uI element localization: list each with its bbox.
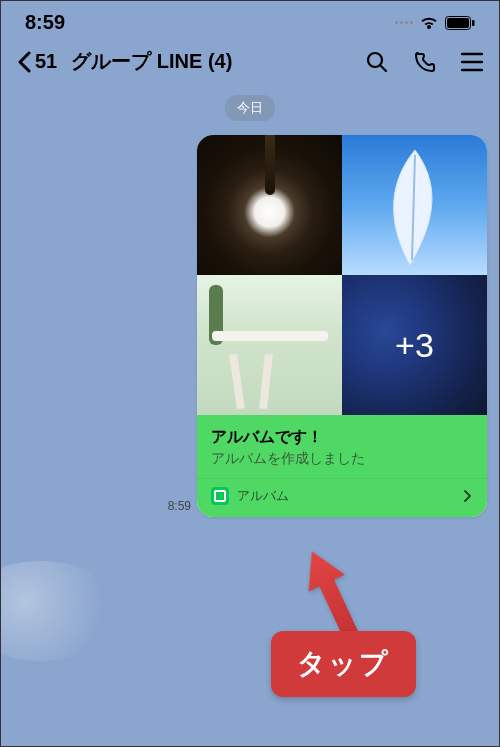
- album-caption[interactable]: アルバムです！ アルバムを作成しました: [197, 415, 487, 478]
- wifi-icon: [419, 15, 439, 31]
- search-icon[interactable]: [365, 50, 389, 74]
- message-row: 8:59 +3 アルバムです！ アルバムを作成しました アルバム: [1, 127, 499, 517]
- svg-rect-1: [447, 18, 469, 28]
- chat-header: 51 グループ LINE (4): [1, 40, 499, 89]
- phone-icon[interactable]: [413, 50, 437, 74]
- chevron-left-icon: [17, 51, 31, 73]
- chevron-right-icon: [463, 489, 473, 503]
- cellular-dots-icon: [395, 21, 413, 24]
- status-bar: 8:59: [1, 1, 499, 40]
- date-row: 今日: [1, 89, 499, 127]
- menu-icon[interactable]: [461, 52, 483, 72]
- album-thumb-2[interactable]: [342, 135, 487, 275]
- chat-title: グループ LINE (4): [71, 48, 357, 75]
- background-cloud: [0, 561, 121, 661]
- back-count: 51: [35, 50, 57, 73]
- svg-line-4: [381, 65, 387, 71]
- annotation-bubble: タップ: [271, 631, 416, 697]
- battery-icon: [445, 16, 475, 30]
- status-right: [395, 15, 475, 31]
- album-footer[interactable]: アルバム: [197, 478, 487, 517]
- album-subtitle: アルバムを作成しました: [211, 450, 473, 468]
- status-time: 8:59: [25, 11, 65, 34]
- date-badge: 今日: [225, 95, 275, 121]
- album-thumb-4[interactable]: +3: [342, 275, 487, 415]
- back-button[interactable]: 51: [17, 50, 57, 73]
- album-overflow-count: +3: [342, 275, 487, 415]
- album-thumb-1[interactable]: [197, 135, 342, 275]
- message-time: 8:59: [168, 499, 191, 513]
- album-card[interactable]: +3 アルバムです！ アルバムを作成しました アルバム: [197, 135, 487, 517]
- album-footer-label: アルバム: [237, 487, 455, 505]
- album-thumb-3[interactable]: [197, 275, 342, 415]
- svg-rect-2: [472, 20, 475, 26]
- album-title: アルバムです！: [211, 427, 473, 448]
- album-thumbnail-grid[interactable]: +3: [197, 135, 487, 415]
- album-app-icon: [211, 487, 229, 505]
